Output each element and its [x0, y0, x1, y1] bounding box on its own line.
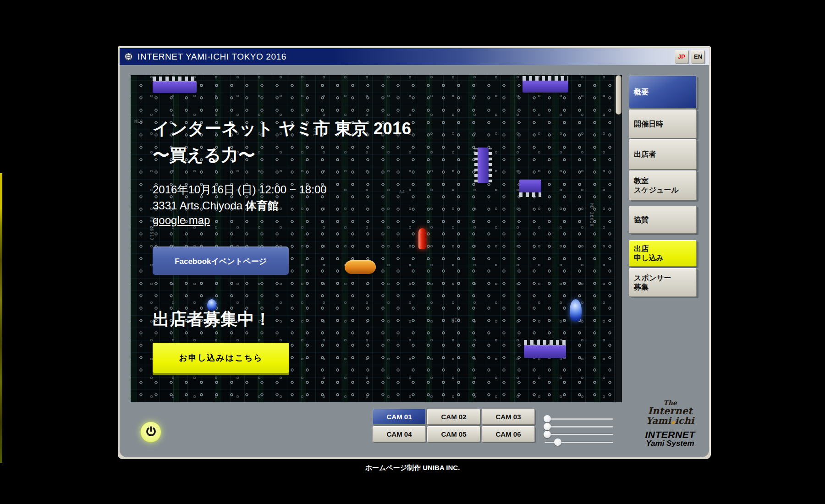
slider-track[interactable] — [544, 418, 613, 420]
sidebar-item-exhibitors[interactable]: 出店者 — [629, 139, 697, 170]
ic-chip-sprite — [519, 180, 541, 197]
cam-04-button[interactable]: CAM 04 — [373, 426, 426, 442]
pcb-silkscreen-label: MD 26610 — [589, 203, 594, 226]
cam-01-button[interactable]: CAM 01 — [373, 409, 426, 425]
cam-05-button[interactable]: CAM 05 — [427, 426, 480, 442]
facebook-event-button[interactable]: Facebookイベントページ — [153, 247, 289, 275]
sidebar-item-classroom-schedule[interactable]: 教室 スケジュール — [629, 170, 697, 200]
sidebar-nav: 概要 開催日時 出店者 教室 スケジュール 協賛 出店 申し込み スポンサー 募… — [629, 76, 697, 297]
slider-knob[interactable] — [544, 431, 551, 438]
sidebar-item-label: 出店者 — [634, 150, 656, 159]
lang-en-button[interactable]: EN — [691, 50, 704, 63]
google-map-link[interactable]: google map — [153, 214, 210, 227]
left-edge-artifact — [0, 173, 2, 463]
camera-selector: CAM 01 CAM 02 CAM 03 CAM 04 CAM 05 CAM 0… — [373, 409, 535, 442]
slider-track[interactable] — [544, 433, 613, 435]
sidebar-item-label: 出店 申し込み — [634, 244, 664, 263]
logo-script-word: Yami — [646, 415, 671, 426]
pcb-silkscreen-label: A4 — [399, 190, 405, 194]
sidebar-item-label: スポンサー 募集 — [634, 274, 671, 292]
control-sliders — [544, 415, 613, 446]
sidebar-item-schedule-date[interactable]: 開催日時 — [629, 110, 697, 138]
desktop-background: INTERNET YAMI-ICHI TOKYO 2016 JP EN NEO … — [0, 0, 825, 504]
sidebar-item-sponsor-recruit[interactable]: スポンサー 募集 — [629, 268, 697, 297]
slider-1[interactable] — [544, 415, 613, 422]
slider-knob[interactable] — [544, 423, 551, 430]
page-title-line1: インターネット ヤミ市 東京 2016 — [153, 117, 411, 140]
logo-system-line1: INTERNET — [640, 430, 700, 439]
venue-name: 3331 Arts Chiyoda — [153, 199, 246, 212]
main-content-panel: NEO A4 CML MD 26610 NEO MD 26610 — [131, 75, 615, 402]
globe-icon — [124, 52, 133, 61]
page-title-line2: 〜買える力〜 — [153, 144, 255, 167]
gold-crest-icon: ◆ — [671, 419, 675, 425]
slider-3[interactable] — [544, 430, 613, 438]
event-venue: 3331 Arts Chiyoda 体育館 — [153, 198, 279, 213]
cam-03-button[interactable]: CAM 03 — [482, 409, 535, 425]
sidebar-item-label: 開催日時 — [634, 120, 663, 129]
slider-4[interactable] — [544, 438, 613, 446]
sidebar-item-label: 概要 — [634, 88, 649, 97]
footer-credit: ホームページ制作 UNIBA INC. — [0, 464, 825, 472]
window-title: INTERNET YAMI-ICHI TOKYO 2016 — [138, 52, 286, 62]
blue-led-sprite — [570, 299, 582, 321]
ic-chip-sprite — [524, 340, 566, 358]
sidebar-item-apply[interactable]: 出店 申し込み — [629, 240, 697, 267]
titlebar: INTERNET YAMI-ICHI TOKYO 2016 JP EN — [120, 48, 709, 65]
slider-knob[interactable] — [544, 415, 551, 422]
app-window: INTERNET YAMI-ICHI TOKYO 2016 JP EN NEO … — [118, 46, 711, 459]
pcb-silkscreen-label: NEO — [134, 119, 143, 124]
recruit-heading: 出店者募集中！ — [153, 308, 271, 331]
sidebar-item-label: 協賛 — [634, 215, 649, 225]
ic-chip-sprite — [522, 76, 568, 93]
content-scrollbar[interactable] — [615, 75, 622, 402]
sidebar-item-label: 教室 スケジュール — [634, 176, 679, 195]
sidebar-item-sponsorship[interactable]: 協賛 — [629, 206, 697, 234]
window-body: NEO A4 CML MD 26610 NEO MD 26610 — [120, 65, 709, 457]
apply-button[interactable]: お申し込みはこちら — [153, 343, 289, 373]
cam-02-button[interactable]: CAM 02 — [427, 409, 480, 425]
yami-ichi-logo: The Internet Yami◆ichi INTERNET Yami Sys… — [640, 400, 700, 447]
sidebar-item-overview[interactable]: 概要 — [629, 76, 697, 109]
slider-2[interactable] — [544, 422, 613, 430]
power-button[interactable] — [140, 422, 161, 443]
power-icon — [145, 425, 157, 439]
event-date: 2016年10月16日 (日) 12:00 ~ 18:00 — [153, 182, 327, 197]
ic-chip-sprite — [474, 148, 492, 183]
ic-chip-sprite — [153, 77, 197, 93]
logo-script-line: Yami◆ichi — [640, 416, 700, 425]
venue-hall: 体育館 — [246, 199, 279, 212]
slider-track[interactable] — [544, 426, 613, 427]
orange-capacitor-sprite — [345, 260, 376, 274]
red-led-sprite — [418, 228, 426, 249]
slider-knob[interactable] — [554, 438, 561, 446]
lang-jp-button[interactable]: JP — [675, 50, 688, 63]
logo-system-line2: Yami System — [640, 439, 700, 447]
logo-script-line: Internet — [640, 406, 700, 416]
scrollbar-thumb[interactable] — [616, 75, 622, 115]
cam-06-button[interactable]: CAM 06 — [482, 426, 535, 442]
logo-script-word: ichi — [675, 415, 694, 426]
pcb-silkscreen-label: NEO — [451, 318, 460, 323]
